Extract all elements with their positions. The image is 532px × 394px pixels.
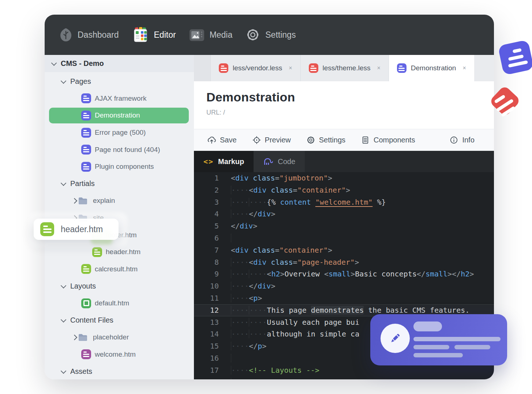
- sidebar-item-demonstration[interactable]: Demonstration: [45, 107, 194, 124]
- page-file-icon: [81, 111, 91, 120]
- editor-app-icon: [132, 27, 149, 43]
- chevron-down-icon: [61, 283, 67, 289]
- code-line-1: 1<div class="jumbotron">: [194, 172, 494, 184]
- code-line-11: 11····<p>: [194, 292, 494, 304]
- line-number: 17: [194, 364, 219, 376]
- editor-tab-markup[interactable]: <>Markup: [194, 151, 254, 172]
- sidebar-folder-explain[interactable]: explain: [45, 192, 194, 209]
- code-line-5: 5</div>: [194, 220, 494, 232]
- page-background: DashboardEditorMediaSettings CMS - Demo …: [0, 0, 532, 394]
- code-line-3: 3········{% content "welcome.htm" %}: [194, 196, 494, 208]
- skeleton-line: [454, 345, 490, 349]
- line-number: 18: [194, 376, 219, 379]
- partial-file-icon: [92, 247, 102, 257]
- decorative-edit-card: [370, 314, 507, 365]
- code-brackets-icon: <>: [203, 157, 214, 166]
- code-line-18: 18····<h3>Layouts</h3>: [194, 376, 494, 379]
- media-app-icon: [189, 28, 205, 42]
- components-button[interactable]: Components: [361, 135, 415, 145]
- sidebar-item-welcome.htm[interactable]: welcome.htm: [45, 346, 194, 363]
- save-button[interactable]: Save: [207, 135, 237, 145]
- nav-item-editor[interactable]: Editor: [132, 27, 176, 43]
- document-tab-less-theme.less[interactable]: less/theme.less ×: [301, 55, 389, 81]
- nav-item-settings[interactable]: Settings: [246, 27, 296, 42]
- sidebar-item-error-page-500-[interactable]: Error page (500): [45, 124, 194, 141]
- components-icon: [361, 135, 370, 145]
- tab-strip: less/vendor.less × less/theme.less × Dem…: [194, 55, 494, 81]
- settings-button[interactable]: Settings: [306, 135, 345, 145]
- sidebar-item-ajax-framework[interactable]: AJAX framework: [45, 90, 194, 107]
- close-icon[interactable]: ×: [377, 65, 380, 71]
- code-line-7: 7<div class="container">: [194, 244, 494, 256]
- sidebar-section-pages[interactable]: Pages: [45, 73, 194, 90]
- nav-label: Editor: [154, 30, 176, 40]
- sidebar-item-plugin-components[interactable]: Plugin components: [45, 158, 194, 175]
- editor-mode-bar: <>MarkupCode: [194, 151, 494, 172]
- line-number: 7: [194, 244, 219, 256]
- line-number: 13: [194, 316, 219, 328]
- line-number: 12: [194, 304, 219, 316]
- line-number: 16: [194, 352, 219, 364]
- line-number: 10: [194, 280, 219, 292]
- line-number: 4: [194, 208, 219, 220]
- decorative-notes-icon: [498, 40, 532, 75]
- document-header: Demonstration URL: /: [194, 81, 494, 129]
- preview-button[interactable]: Preview: [252, 135, 291, 145]
- page-title: Demonstration: [206, 90, 494, 104]
- nav-item-media[interactable]: Media: [189, 28, 233, 42]
- code-line-4: 4····</div>: [194, 208, 494, 220]
- document-tab-demonstration[interactable]: Demonstration ×: [389, 55, 474, 81]
- code-line-17: 17····<!-- Layouts -->: [194, 364, 494, 376]
- drag-ghost: header.htm: [34, 219, 119, 240]
- php-elephant-icon: [263, 157, 273, 166]
- nav-label: Dashboard: [78, 30, 119, 40]
- target-icon: [252, 135, 261, 145]
- line-number: 1: [194, 172, 219, 184]
- gear-icon: [306, 135, 315, 145]
- layout-file-icon: [81, 298, 91, 308]
- file-icon: [309, 63, 318, 73]
- sidebar-section-partials[interactable]: Partials: [45, 175, 194, 193]
- nav-item-dashboard[interactable]: Dashboard: [59, 27, 119, 42]
- sidebar-section-content-files[interactable]: Content Files: [45, 312, 194, 329]
- sidebar-root[interactable]: CMS - Demo: [45, 55, 194, 72]
- skeleton-pill: [413, 321, 442, 331]
- page-file-icon: [81, 162, 91, 172]
- partial-file-icon: [81, 264, 91, 274]
- cloud-upload-icon: [207, 135, 216, 145]
- leaf-logo: [59, 27, 72, 42]
- file-icon: [219, 63, 228, 73]
- line-number: 3: [194, 196, 219, 208]
- toolbar: SavePreviewSettingsComponentsInfo: [194, 129, 494, 151]
- skeleton-line: [413, 337, 501, 341]
- code-line-6: 6: [194, 232, 494, 244]
- code-line-8: 8····<div class="page-header">: [194, 256, 494, 268]
- close-icon[interactable]: ×: [289, 65, 292, 71]
- line-number: 6: [194, 232, 219, 244]
- chevron-down-icon: [61, 317, 67, 323]
- folder-icon: [78, 197, 88, 205]
- line-number: 2: [194, 184, 219, 196]
- sidebar-section-layouts[interactable]: Layouts: [45, 278, 194, 295]
- line-number: 5: [194, 220, 219, 232]
- sidebar-item-page-not-found-404-[interactable]: Page not found (404): [45, 141, 194, 158]
- top-navigation: DashboardEditorMediaSettings: [45, 15, 494, 55]
- line-number: 11: [194, 292, 219, 304]
- chevron-right-icon: [72, 334, 78, 340]
- sidebar-folder-placeholder[interactable]: placeholder: [45, 329, 194, 346]
- line-number: 14: [194, 328, 219, 340]
- line-number: 8: [194, 256, 219, 268]
- sidebar-section-assets[interactable]: Assets: [45, 363, 194, 379]
- editor-tab-code[interactable]: Code: [254, 151, 305, 172]
- chevron-down-icon: [51, 60, 57, 66]
- document-tab-less-vendor.less[interactable]: less/vendor.less ×: [211, 55, 301, 81]
- info-button[interactable]: Info: [449, 135, 474, 145]
- tab-strip-spacer: [194, 55, 211, 81]
- code-line-9: 9········<h2>Overview <small>Basic conce…: [194, 268, 494, 280]
- file-icon: [397, 63, 407, 73]
- page-file-icon: [81, 93, 91, 103]
- nav-gear-icon: [246, 27, 260, 42]
- close-icon[interactable]: ×: [462, 65, 466, 71]
- sidebar-item-calcresult.htm[interactable]: calcresult.htm: [45, 261, 194, 278]
- sidebar-item-default.htm[interactable]: default.htm: [45, 295, 194, 312]
